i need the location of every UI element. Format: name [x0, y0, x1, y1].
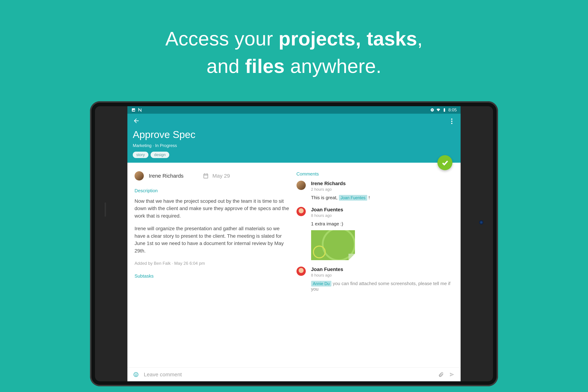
tag-story[interactable]: story: [133, 152, 148, 158]
assignee-name[interactable]: Irene Richards: [149, 173, 184, 179]
promo-headline: Access your projects, tasks, and files a…: [165, 25, 423, 80]
clock-time: 8:05: [448, 108, 457, 112]
comment: Joan Fuentes 8 hours ago 1 extra image :…: [296, 207, 452, 260]
comment-author: Joan Fuentes: [311, 207, 452, 212]
assignee-avatar[interactable]: [134, 171, 144, 180]
added-by-text: Added by Ben Falk · May 26 6:04 pm: [134, 261, 290, 266]
app-bar: Approve Spec Marketing · In Progress sto…: [128, 114, 460, 163]
comment-time: 2 hours ago: [311, 187, 452, 192]
description-label: Description: [134, 188, 290, 194]
tablet-frame: 8:05 Approve Spec Marketing · In Prog: [90, 101, 498, 386]
due-date-text: May 29: [212, 173, 230, 179]
send-icon[interactable]: [449, 371, 455, 378]
task-description[interactable]: Now that we have the project scoped out …: [134, 198, 290, 254]
user-mention[interactable]: Annie Du: [311, 281, 332, 286]
svg-point-7: [136, 374, 137, 374]
user-mention[interactable]: Joan Fuentes: [339, 195, 367, 201]
comment-text: 1 extra image :): [311, 221, 452, 227]
comment-avatar[interactable]: [296, 181, 306, 190]
complete-task-fab[interactable]: [438, 155, 452, 170]
svg-point-6: [135, 374, 136, 374]
emoji-icon[interactable]: [133, 371, 139, 378]
svg-rect-3: [444, 108, 445, 112]
comment-composer: Leave comment: [128, 368, 460, 381]
image-icon: [131, 108, 136, 112]
comment: Joan Fuentes 8 hours ago Annie Du you ca…: [296, 266, 452, 292]
svg-rect-0: [132, 108, 135, 112]
tablet-speaker: [104, 202, 106, 217]
attach-icon[interactable]: [438, 371, 444, 378]
android-statusbar: 8:05: [128, 106, 460, 114]
subtasks-label: Subtasks: [134, 273, 290, 279]
calendar-icon: [203, 173, 209, 179]
tablet-camera: [479, 220, 484, 224]
comment-text: Annie Du you can find attached some scre…: [311, 281, 452, 292]
due-date[interactable]: May 29: [203, 173, 230, 179]
comment-avatar[interactable]: [296, 207, 306, 216]
comments-label: Comments: [296, 171, 452, 177]
comment-author: Irene Richards: [311, 181, 452, 186]
app-screen: 8:05 Approve Spec Marketing · In Prog: [128, 106, 460, 381]
tag-design[interactable]: design: [150, 152, 169, 158]
n-icon: [138, 108, 142, 112]
comment-time: 8 hours ago: [311, 213, 452, 218]
comment-attachment-image[interactable]: [311, 230, 355, 260]
more-menu-button[interactable]: [448, 118, 455, 124]
task-subtitle: Marketing · In Progress: [133, 143, 455, 148]
comment: Irene Richards 2 hours ago This is great…: [296, 181, 452, 200]
tag-list: story design: [133, 152, 455, 158]
svg-rect-2: [432, 110, 433, 110]
comment-author: Joan Fuentes: [311, 266, 452, 272]
svg-point-5: [134, 372, 138, 377]
task-title: Approve Spec: [133, 129, 455, 140]
comment-time: 8 hours ago: [311, 273, 452, 278]
dnd-icon: [430, 108, 434, 112]
comment-avatar[interactable]: [296, 266, 306, 276]
svg-rect-4: [444, 108, 445, 108]
battery-icon: [442, 108, 446, 112]
comment-input[interactable]: Leave comment: [144, 372, 433, 378]
wifi-icon: [436, 108, 440, 112]
back-button[interactable]: [133, 117, 140, 125]
comment-text: This is great, Joan Fuentes !: [311, 195, 452, 200]
